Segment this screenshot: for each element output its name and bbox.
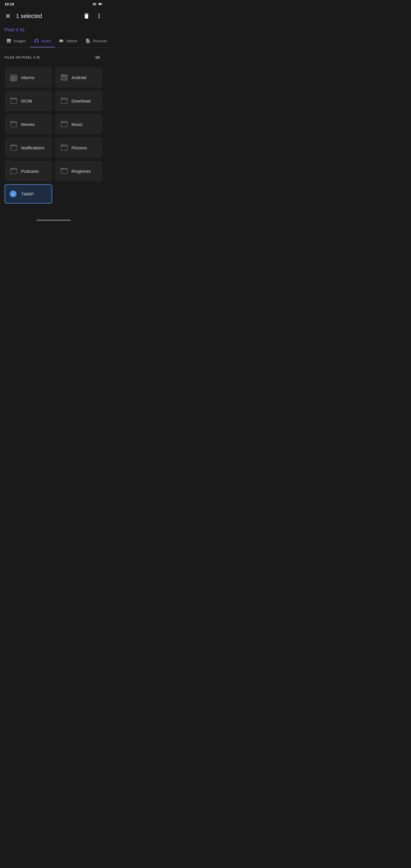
folder-grid: Alarms Android DCIM — [0, 65, 107, 206]
folder-movies-label: Movies — [21, 122, 35, 127]
tab-videos[interactable]: Videos — [55, 35, 82, 48]
tab-documents-label: Documents — [93, 39, 107, 43]
folder-movies[interactable]: Movies — [5, 114, 52, 134]
folder-icon-dcim — [10, 97, 18, 105]
section-title: FILES ON PIXEL 4 XL — [5, 56, 41, 59]
folder-twrp[interactable]: TWRP — [5, 184, 52, 204]
folder-dcim[interactable]: DCIM — [5, 91, 52, 111]
status-icons — [92, 2, 102, 6]
tab-audio[interactable]: Audio — [30, 35, 55, 48]
tab-documents[interactable]: Documents — [81, 35, 107, 48]
folder-icon-ringtones — [60, 167, 68, 175]
selected-checkmark — [10, 190, 17, 197]
status-bar: 10:10 — [0, 0, 107, 8]
nav-bar — [0, 217, 107, 223]
folder-icon-music — [60, 120, 68, 128]
svg-rect-2 — [102, 4, 102, 4]
folder-download-label: Download — [72, 98, 91, 103]
folder-pictures-label: Pictures — [72, 145, 87, 150]
video-icon — [59, 38, 64, 43]
folder-ringtones-label: Ringtones — [72, 169, 91, 174]
folder-notifications-label: Notifications — [21, 145, 44, 150]
folder-android-label: Android — [72, 75, 87, 80]
folder-music[interactable]: Music — [55, 114, 103, 134]
battery-icon — [98, 2, 102, 6]
folder-dcim-label: DCIM — [21, 98, 32, 103]
folder-pictures[interactable]: Pictures — [55, 137, 103, 158]
folder-podcasts[interactable]: Podcasts — [5, 161, 52, 181]
folder-podcasts-label: Podcasts — [21, 169, 39, 174]
document-icon — [85, 38, 91, 43]
close-button[interactable] — [2, 10, 14, 22]
folder-twrp-label: TWRP — [21, 192, 34, 196]
folder-alarms-label: Alarms — [21, 75, 35, 80]
headphone-icon — [34, 38, 39, 43]
folder-icon-notifications — [10, 144, 18, 152]
device-label: Pixel 4 XL — [0, 24, 107, 35]
folder-icon-pictures — [60, 144, 68, 152]
more-options-button[interactable] — [93, 10, 105, 22]
folder-music-label: Music — [72, 122, 83, 127]
wifi-icon — [92, 2, 97, 6]
app-bar-actions — [81, 10, 105, 22]
folder-alarms[interactable]: Alarms — [5, 67, 52, 88]
folder-notifications[interactable]: Notifications — [5, 137, 52, 158]
section-header: FILES ON PIXEL 4 XL — [0, 48, 107, 65]
tab-videos-label: Videos — [66, 39, 77, 43]
folder-icon-podcasts — [10, 167, 18, 175]
folder-icon-android — [60, 73, 68, 82]
tab-images-label: Images — [14, 39, 26, 43]
tab-audio-label: Audio — [41, 39, 51, 43]
app-bar-title: 1 selected — [16, 13, 81, 20]
status-time: 10:10 — [5, 2, 14, 6]
folder-icon-download — [60, 97, 68, 105]
folder-android[interactable]: Android — [55, 67, 103, 88]
folder-ringtones[interactable]: Ringtones — [55, 161, 103, 181]
app-bar: 1 selected — [0, 8, 107, 24]
nav-indicator — [36, 220, 71, 221]
folder-icon-alarms — [10, 73, 18, 82]
tab-bar: Images Audio Videos Documents — [0, 35, 107, 48]
tab-images[interactable]: Images — [2, 35, 30, 48]
list-view-button[interactable] — [92, 52, 102, 63]
image-icon — [6, 38, 11, 43]
folder-download[interactable]: Download — [55, 91, 103, 111]
delete-button[interactable] — [81, 10, 92, 22]
folder-icon-movies — [10, 120, 18, 128]
svg-rect-1 — [99, 3, 101, 5]
